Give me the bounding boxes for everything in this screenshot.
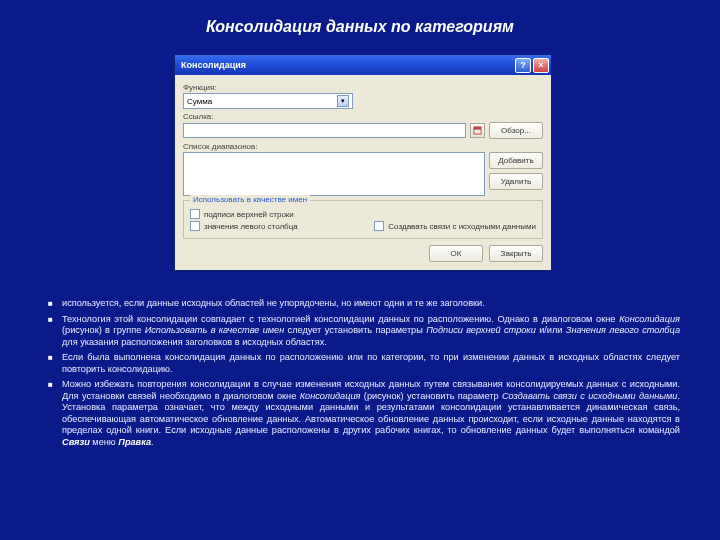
svg-rect-1	[474, 127, 481, 130]
dialog-title: Консолидация	[181, 60, 246, 70]
create-links-checkbox[interactable]: Создавать связи с исходными данными	[374, 221, 536, 231]
use-names-group: Использовать в качестве имен подписи вер…	[183, 200, 543, 239]
titlebar[interactable]: Консолидация ? ×	[175, 55, 551, 75]
browse-button[interactable]: Обзор...	[489, 122, 543, 139]
function-value: Сумма	[187, 97, 212, 106]
list-item: Если была выполнена консолидация данных …	[48, 352, 680, 375]
checkbox-icon	[190, 221, 200, 231]
reference-input[interactable]	[183, 123, 466, 138]
create-links-label: Создавать связи с исходными данными	[388, 222, 536, 231]
list-item: используется, если данные исходных облас…	[48, 298, 680, 310]
add-button[interactable]: Добавить	[489, 152, 543, 169]
bullet-text: используется, если данные исходных облас…	[48, 298, 680, 452]
slide-title: Консолидация данных по категориям	[0, 0, 720, 46]
checkbox-icon	[190, 209, 200, 219]
left-col-checkbox[interactable]: значения левого столбца	[190, 221, 374, 231]
range-picker-icon[interactable]	[470, 123, 485, 138]
list-label: Список диапазонов:	[183, 142, 543, 151]
list-item: Технология этой консолидации совпадает с…	[48, 314, 680, 349]
delete-button[interactable]: Удалить	[489, 173, 543, 190]
help-button[interactable]: ?	[515, 58, 531, 73]
top-row-label: подписи верхней строки	[204, 210, 294, 219]
function-label: Функция:	[183, 83, 543, 92]
ok-button[interactable]: ОК	[429, 245, 483, 262]
checkbox-icon	[374, 221, 384, 231]
consolidation-dialog: Консолидация ? × Функция: Сумма ▾ Ссылка…	[174, 54, 552, 271]
group-title: Использовать в качестве имен	[190, 195, 310, 204]
top-row-checkbox[interactable]: подписи верхней строки	[190, 209, 374, 219]
list-item: Можно избежать повторения консолидации в…	[48, 379, 680, 448]
left-col-label: значения левого столбца	[204, 222, 298, 231]
function-combo[interactable]: Сумма ▾	[183, 93, 353, 109]
close-icon[interactable]: ×	[533, 58, 549, 73]
ranges-listbox[interactable]	[183, 152, 485, 196]
chevron-down-icon[interactable]: ▾	[337, 95, 349, 107]
reference-label: Ссылка:	[183, 112, 543, 121]
close-button[interactable]: Закрыть	[489, 245, 543, 262]
